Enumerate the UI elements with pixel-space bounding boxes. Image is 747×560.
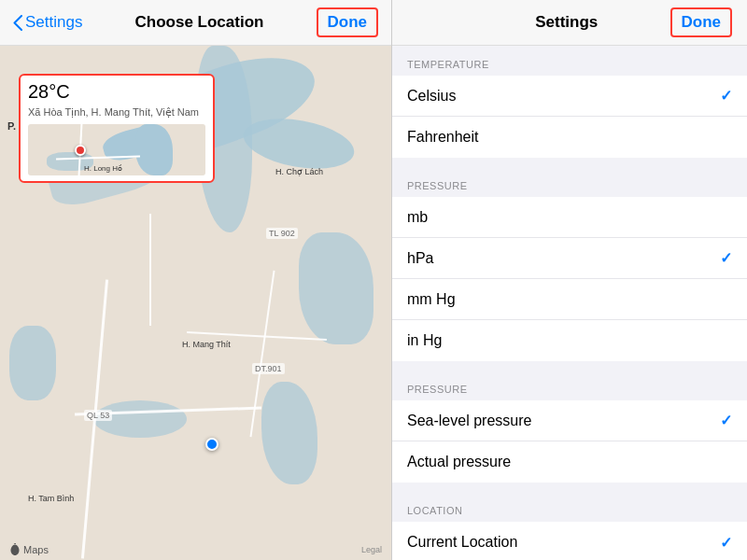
right-panel: Settings Done TEMPERATURECelsius✓Fahrenh… bbox=[392, 0, 747, 560]
place-label-mang-thit: H. Mang Thít bbox=[182, 340, 231, 349]
right-nav-title: Settings bbox=[463, 13, 670, 32]
section-spacer-2 bbox=[392, 483, 747, 492]
current-location-dot bbox=[205, 438, 218, 451]
settings-group-3: Current Location✓ bbox=[392, 522, 747, 560]
settings-row-label-2-0: Sea-level pressure bbox=[407, 413, 531, 429]
location-card: 28°C Xã Hòa Tịnh, H. Mang Thít, Việt Nam… bbox=[19, 74, 215, 183]
settings-row-1-0[interactable]: mb bbox=[392, 197, 747, 238]
settings-group-2: Sea-level pressure✓Actual pressure bbox=[392, 400, 747, 483]
right-done-button[interactable]: Done bbox=[670, 7, 733, 37]
settings-row-label-1-1: hPa bbox=[407, 250, 433, 267]
checkmark-3-0: ✓ bbox=[720, 534, 732, 552]
settings-row-1-3[interactable]: in Hg bbox=[392, 320, 747, 361]
section-spacer-1 bbox=[392, 361, 747, 371]
left-nav-bar: Settings Choose Location Done bbox=[0, 0, 391, 46]
settings-group-1: mbhPa✓mm Hgin Hg bbox=[392, 197, 747, 361]
section-spacer-0 bbox=[392, 158, 747, 167]
checkmark-0-0: ✓ bbox=[720, 87, 732, 105]
maps-logo: Maps bbox=[9, 543, 49, 556]
location-address: Xã Hòa Tịnh, H. Mang Thít, Việt Nam bbox=[28, 105, 205, 119]
section-header-1: PRESSURE bbox=[392, 167, 747, 197]
left-nav-title: Choose Location bbox=[135, 13, 264, 32]
road-label-ql53: QL 53 bbox=[84, 410, 112, 421]
settings-row-2-1[interactable]: Actual pressure bbox=[392, 441, 747, 483]
legal-label: Legal bbox=[361, 545, 382, 554]
checkmark-1-1: ✓ bbox=[720, 249, 732, 267]
settings-row-label-1-0: mb bbox=[407, 209, 428, 226]
apple-icon bbox=[9, 543, 21, 556]
settings-row-label-0-0: Celsius bbox=[407, 88, 456, 105]
settings-row-3-0[interactable]: Current Location✓ bbox=[392, 522, 747, 560]
maps-label: Maps bbox=[23, 544, 49, 555]
back-chevron-icon bbox=[13, 15, 22, 31]
back-button[interactable]: Settings bbox=[13, 13, 82, 32]
settings-row-label-1-3: in Hg bbox=[407, 332, 442, 349]
settings-row-1-2[interactable]: mm Hg bbox=[392, 279, 747, 320]
settings-row-1-1[interactable]: hPa✓ bbox=[392, 238, 747, 279]
section-header-3: LOCATION bbox=[392, 492, 747, 522]
road-label-tl902: TL 902 bbox=[266, 228, 298, 239]
place-label-cho-lach: H. Chợ Lách bbox=[275, 167, 323, 176]
mini-long-ho-label: H. Long Hồ bbox=[84, 164, 122, 173]
checkmark-2-0: ✓ bbox=[720, 412, 732, 429]
map-footer: Maps Legal bbox=[9, 543, 382, 556]
settings-row-label-2-1: Actual pressure bbox=[407, 454, 511, 470]
settings-row-label-0-1: Fahrenheit bbox=[407, 129, 479, 146]
mini-map-pin bbox=[75, 145, 86, 156]
settings-row-2-0[interactable]: Sea-level pressure✓ bbox=[392, 400, 747, 441]
settings-row-label-3-0: Current Location bbox=[407, 534, 517, 551]
back-label: Settings bbox=[25, 13, 82, 32]
road-label-dt901: DT.901 bbox=[252, 363, 285, 374]
settings-row-0-0[interactable]: Celsius✓ bbox=[392, 76, 747, 117]
settings-row-label-1-2: mm Hg bbox=[407, 291, 456, 308]
left-done-button[interactable]: Done bbox=[317, 7, 379, 37]
map-area[interactable]: QL 53 TL 902 DT.901 P. Vĩnh Long H. Chợ … bbox=[0, 46, 391, 560]
section-header-2: PRESSURE bbox=[392, 371, 747, 400]
place-label-tam-binh: H. Tam Bình bbox=[28, 494, 74, 503]
settings-group-0: Celsius✓Fahrenheit bbox=[392, 76, 747, 158]
section-header-0: TEMPERATURE bbox=[392, 46, 747, 76]
settings-content: TEMPERATURECelsius✓FahrenheitPRESSUREmbh… bbox=[392, 46, 747, 560]
left-panel: Settings Choose Location Done QL 53 TL 9… bbox=[0, 0, 392, 560]
map-canvas: QL 53 TL 902 DT.901 P. Vĩnh Long H. Chợ … bbox=[0, 46, 391, 560]
settings-row-0-1[interactable]: Fahrenheit bbox=[392, 117, 747, 158]
right-nav-bar: Settings Done bbox=[392, 0, 747, 46]
mini-map: H. Long Hồ bbox=[28, 124, 205, 175]
location-temperature: 28°C bbox=[28, 81, 205, 103]
